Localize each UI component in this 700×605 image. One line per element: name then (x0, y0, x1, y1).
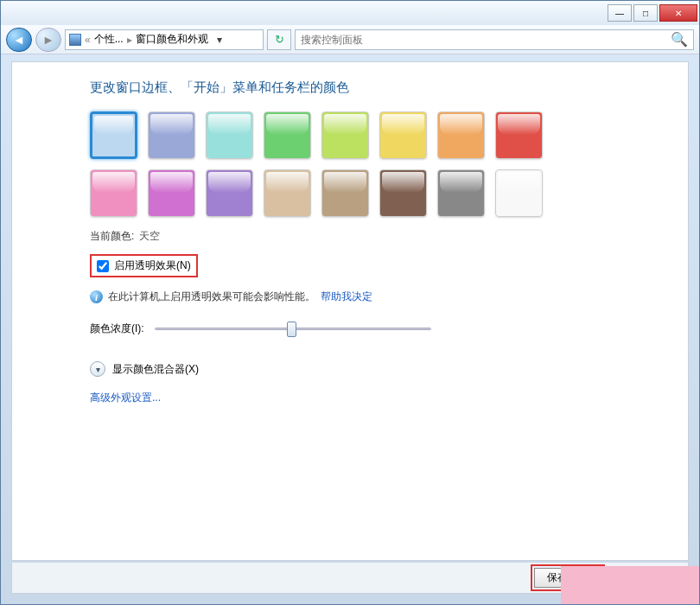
gloss-overlay (382, 172, 424, 193)
maximize-button[interactable]: □ (633, 4, 658, 22)
minimize-button[interactable]: — (608, 4, 632, 22)
close-button[interactable]: ✕ (659, 4, 697, 22)
color-mixer-label: 显示颜色混合器(X) (112, 362, 199, 377)
slider-thumb[interactable] (287, 322, 296, 337)
color-swatch-3[interactable] (264, 111, 311, 159)
current-color-row: 当前颜色: 天空 (90, 229, 610, 244)
color-mixer-expander[interactable]: ▾ 显示颜色混合器(X) (90, 361, 610, 377)
color-swatch-15[interactable] (495, 169, 543, 217)
color-swatch-9[interactable] (148, 169, 195, 217)
help-link[interactable]: 帮助我决定 (321, 290, 372, 304)
color-swatch-2[interactable] (206, 111, 253, 159)
breadcrumb-sep: ▸ (127, 34, 132, 46)
current-color-label: 当前颜色: (90, 229, 134, 244)
transparency-checkbox[interactable] (97, 260, 109, 272)
gloss-overlay (324, 114, 366, 135)
gloss-overlay (208, 172, 251, 193)
color-swatch-6[interactable] (437, 111, 485, 159)
address-dropdown[interactable]: ▾ (212, 34, 227, 46)
color-swatch-0[interactable] (90, 111, 137, 159)
content-pane: 更改窗口边框、「开始」菜单和任务栏的颜色 当前颜色: 天空 启用透明效果(N) … (11, 61, 689, 561)
intensity-label: 颜色浓度(I): (90, 322, 144, 336)
control-panel-icon (69, 34, 81, 46)
overlay-watermark (561, 566, 699, 604)
gloss-overlay (324, 172, 366, 193)
color-swatch-10[interactable] (206, 169, 253, 217)
color-swatch-5[interactable] (379, 111, 427, 159)
search-icon[interactable]: 🔍 (671, 31, 688, 48)
color-swatch-11[interactable] (264, 169, 311, 217)
color-swatch-4[interactable] (321, 111, 369, 159)
gloss-overlay (498, 114, 540, 135)
gloss-overlay (94, 116, 133, 135)
advanced-appearance-link[interactable]: 高级外观设置... (90, 391, 610, 405)
titlebar: — □ ✕ (1, 1, 699, 25)
window: — □ ✕ ◄ ► « 个性... ▸ 窗口颜色和外观 ▾ ↻ 🔍 更改窗口边框… (0, 0, 700, 605)
gloss-overlay (150, 114, 193, 135)
gloss-overlay (266, 114, 309, 135)
gloss-overlay (382, 114, 424, 135)
gloss-overlay (208, 114, 251, 135)
back-button[interactable]: ◄ (6, 28, 32, 52)
transparency-checkbox-row[interactable]: 启用透明效果(N) (90, 254, 198, 277)
intensity-slider[interactable] (155, 320, 431, 337)
color-swatch-12[interactable] (321, 169, 369, 217)
gloss-overlay (440, 114, 482, 135)
transparency-checkbox-label: 启用透明效果(N) (114, 258, 191, 273)
gloss-overlay (150, 172, 193, 193)
intensity-row: 颜色浓度(I): (90, 320, 610, 337)
gloss-overlay (440, 172, 482, 193)
color-swatch-1[interactable] (148, 111, 195, 159)
chevron-down-icon: ▾ (90, 361, 105, 377)
breadcrumb-sep: « (85, 34, 91, 46)
search-input[interactable] (301, 34, 671, 46)
info-row: i 在此计算机上启用透明效果可能会影响性能。 帮助我决定 (90, 290, 610, 304)
breadcrumb-2[interactable]: 窗口颜色和外观 (136, 32, 208, 47)
breadcrumb-1[interactable]: 个性... (94, 32, 124, 47)
color-swatch-8[interactable] (90, 169, 137, 217)
current-color-value: 天空 (139, 229, 160, 244)
color-swatch-7[interactable] (495, 111, 543, 159)
gloss-overlay (266, 172, 309, 193)
gloss-overlay (498, 172, 540, 193)
color-swatch-grid (90, 111, 574, 217)
info-icon: i (90, 290, 103, 303)
color-swatch-14[interactable] (437, 169, 485, 217)
forward-button[interactable]: ► (35, 28, 61, 52)
address-bar[interactable]: « 个性... ▸ 窗口颜色和外观 ▾ (65, 29, 264, 50)
refresh-button[interactable]: ↻ (267, 29, 291, 50)
search-box[interactable]: 🔍 (295, 29, 694, 50)
page-title: 更改窗口边框、「开始」菜单和任务栏的颜色 (90, 80, 610, 96)
color-swatch-13[interactable] (379, 169, 427, 217)
info-text: 在此计算机上启用透明效果可能会影响性能。 (108, 290, 315, 304)
gloss-overlay (92, 172, 135, 193)
navigation-bar: ◄ ► « 个性... ▸ 窗口颜色和外观 ▾ ↻ 🔍 (1, 25, 699, 54)
